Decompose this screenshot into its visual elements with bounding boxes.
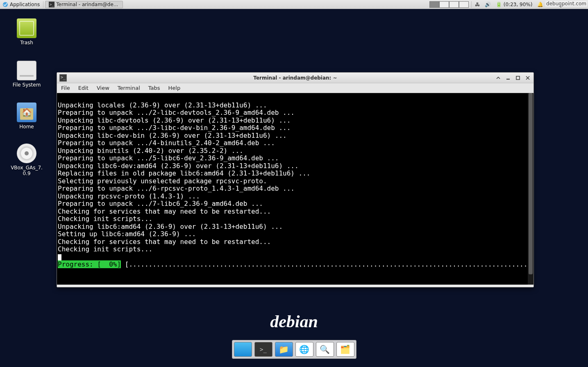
- output-line: Checking for services that may need to b…: [58, 238, 271, 246]
- battery-indicator[interactable]: 🔋 (0:23, 90%): [493, 0, 535, 9]
- output-line: Preparing to unpack .../5-libc6-dev_2.36…: [58, 154, 279, 162]
- menu-view[interactable]: View: [93, 85, 114, 91]
- menu-file[interactable]: File: [57, 85, 74, 91]
- dock-terminal[interactable]: >_: [254, 342, 272, 357]
- dock-browser[interactable]: 🌐: [295, 342, 313, 357]
- output-line: Preparing to unpack .../2-libc-devtools_…: [58, 109, 295, 116]
- output-line: Unpacking binutils (2.40-2) over (2.35.2…: [58, 147, 243, 155]
- desktop-label: VBox_GAs_7. 0.9: [6, 165, 47, 176]
- desktop-icon-vbox[interactable]: VBox_GAs_7. 0.9: [6, 144, 47, 176]
- menu-help[interactable]: Help: [164, 85, 185, 91]
- terminal-icon: >_: [260, 346, 267, 353]
- maximize-button[interactable]: [515, 75, 521, 81]
- folder-open-icon: 🗂️: [340, 344, 350, 354]
- workspace-1[interactable]: [429, 1, 439, 8]
- output-line: Unpacking libc6-dev:amd64 (2.36-9) over …: [58, 162, 299, 170]
- network-indicator[interactable]: 🖧: [472, 0, 482, 9]
- taskbar-label: Terminal - arindam@de...: [56, 2, 118, 7]
- menu-edit[interactable]: Edit: [74, 85, 93, 91]
- menu-terminal[interactable]: Terminal: [114, 85, 144, 91]
- terminal-icon: >_: [49, 2, 54, 7]
- panel-separator: [43, 1, 43, 8]
- terminal-icon: [59, 74, 67, 82]
- scrollbar-thumb[interactable]: [529, 93, 533, 274]
- terminal-scrollbar[interactable]: [528, 93, 534, 285]
- output-line: Unpacking libc-devtools (2.36-9) over (2…: [58, 116, 291, 124]
- desktop-icon-filesystem[interactable]: File System: [6, 61, 47, 88]
- window-resize-grip[interactable]: [57, 285, 534, 287]
- workspace-4[interactable]: [459, 1, 469, 8]
- dock-file-manager[interactable]: 🗂️: [336, 342, 354, 357]
- desktop-icon-home[interactable]: Home: [6, 103, 47, 130]
- menu-tabs[interactable]: Tabs: [144, 85, 164, 91]
- dock-files[interactable]: 📁: [275, 342, 293, 357]
- desktop-icon-trash[interactable]: Trash: [6, 18, 47, 46]
- bell-icon: 🔔: [537, 2, 543, 7]
- trash-icon: [17, 18, 36, 38]
- xfce-logo-icon: [2, 2, 8, 7]
- output-line: Replacing files in old package libc6:amd…: [58, 169, 311, 177]
- disc-icon: [17, 144, 36, 163]
- output-line: Unpacking libc-dev-bin (2.36-9) over (2.…: [58, 132, 287, 139]
- workspace-2[interactable]: [439, 1, 449, 8]
- output-line: Setting up libc6:amd64 (2.36-9) ...: [58, 230, 196, 238]
- output-line: Preparing to unpack .../3-libc-dev-bin_2…: [58, 124, 291, 132]
- progress-bar: [.......................................…: [121, 260, 534, 268]
- desktop-label: Home: [6, 124, 47, 130]
- output-line: Selecting previously unselected package …: [58, 177, 267, 185]
- rollup-button[interactable]: [495, 75, 502, 81]
- terminal-cursor: [58, 254, 61, 261]
- battery-icon: 🔋: [496, 2, 502, 7]
- taskbar-terminal[interactable]: >_ Terminal - arindam@de...: [45, 1, 123, 8]
- battery-text: (0:23, 90%): [504, 2, 533, 7]
- terminal-menubar: File Edit View Terminal Tabs Help: [57, 83, 534, 93]
- search-icon: 🔍: [320, 344, 330, 354]
- output-line: Unpacking libc6:amd64 (2.36-9) over (2.3…: [58, 223, 283, 230]
- desktop-label: Trash: [6, 40, 47, 46]
- network-icon: 🖧: [475, 2, 480, 7]
- minimize-icon: [506, 76, 510, 80]
- debian-wordmark: debian: [270, 312, 318, 331]
- output-line: Checking init scripts...: [58, 245, 152, 253]
- drive-icon: [17, 61, 36, 80]
- desktop-label: File System: [6, 82, 47, 88]
- workspace-switcher[interactable]: [428, 0, 470, 9]
- svg-point-0: [3, 2, 8, 7]
- svg-rect-2: [516, 76, 520, 80]
- minimize-button[interactable]: [505, 75, 511, 81]
- close-button[interactable]: [524, 75, 531, 81]
- volume-indicator[interactable]: 🔊: [482, 0, 493, 9]
- applications-menu[interactable]: Applications: [0, 0, 42, 9]
- output-line: Preparing to unpack .../7-libc6_2.36-9_a…: [58, 200, 263, 207]
- home-icon: [17, 103, 36, 122]
- top-panel: Applications >_ Terminal - arindam@de...…: [0, 0, 588, 9]
- chevron-up-icon: [496, 76, 500, 80]
- dock: >_ 📁 🌐 🔍 🗂️: [232, 340, 356, 359]
- dock-show-desktop[interactable]: [234, 342, 252, 357]
- output-line: Preparing to unpack .../6-rpcsvc-proto_1…: [58, 185, 295, 192]
- window-title: Terminal - arindam@debian: ~: [57, 75, 534, 81]
- workspace-3[interactable]: [449, 1, 459, 8]
- terminal-window: Terminal - arindam@debian: ~ File Edit V…: [57, 72, 534, 287]
- output-line: Checking for services that may need to b…: [58, 207, 271, 215]
- panel-separator: [471, 1, 472, 8]
- dock-search[interactable]: 🔍: [316, 342, 334, 357]
- output-line: Preparing to unpack .../4-binutils_2.40-…: [58, 139, 275, 147]
- close-icon: [526, 76, 530, 80]
- window-titlebar[interactable]: Terminal - arindam@debian: ~: [57, 73, 534, 83]
- output-line: Unpacking locales (2.36-9) over (2.31-13…: [58, 101, 267, 109]
- maximize-icon: [516, 76, 520, 80]
- globe-icon: 🌐: [299, 344, 309, 354]
- watermark: debugpoint.com: [545, 1, 587, 7]
- speaker-icon: 🔊: [485, 2, 491, 7]
- notifications-indicator[interactable]: 🔔: [535, 0, 546, 9]
- output-line: Checking init scripts...: [58, 215, 152, 223]
- output-line: Unpacking rpcsvc-proto (1.4.3-1) ...: [58, 192, 200, 200]
- applications-label: Applications: [10, 2, 40, 7]
- folder-icon: 📁: [279, 344, 289, 354]
- svg-rect-1: [506, 79, 510, 80]
- terminal-output[interactable]: Unpacking locales (2.36-9) over (2.31-13…: [57, 93, 534, 285]
- progress-label: Progress: [ 0%]: [58, 260, 121, 268]
